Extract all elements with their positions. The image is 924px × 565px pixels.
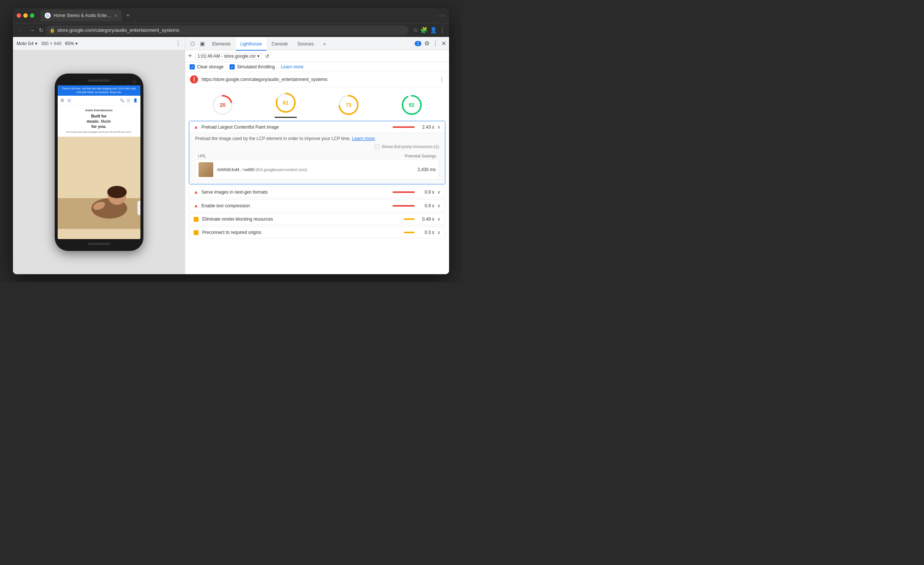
zoom-dropdown-icon: ▾: [75, 41, 78, 46]
device-dropdown-icon: ▾: [35, 41, 38, 46]
address-text: store.google.com/category/audio_entertai…: [57, 27, 405, 33]
score-value-81: 81: [283, 100, 289, 106]
reload-button[interactable]: ↻: [39, 27, 44, 34]
bookmark-icon[interactable]: ☆: [413, 27, 418, 34]
audit-lcp-learn-more[interactable]: Learn more: [352, 136, 374, 141]
perf-section[interactable]: ▲ Preload Largest Contentful Paint image…: [185, 119, 449, 274]
menu-icon[interactable]: ⋮: [440, 27, 446, 34]
row-thumbnail: [198, 162, 213, 177]
audit-lcp-detail: Preload the image used by the LCP elemen…: [189, 133, 445, 184]
audit-lcp-time: 2.43 s: [418, 124, 434, 130]
dt-add-button[interactable]: +: [188, 52, 192, 60]
audit-text-compression-header[interactable]: ▲ Enable text compression 0.9 s ∨: [189, 200, 445, 211]
audit-preconnect-bar: [404, 232, 415, 233]
dt-session-reload-button[interactable]: ↺: [265, 53, 270, 59]
phone-cart-icon: 🛒: [126, 98, 131, 102]
audit-render-blocking-warning-icon: [194, 217, 198, 222]
show-3rd-party-label: Show 3rd-party resources (1): [382, 144, 439, 149]
devtools-badge: 2: [415, 41, 422, 46]
dt-session-selector[interactable]: 1:01:49 AM - store.google.cor ▾: [195, 53, 262, 60]
main-content: Moto G4 ▾ 360 × 640 65% ▾ ⋮: [13, 37, 449, 274]
devtools-panel: ⬡ ▣ Elements Lighthouse Console Sources …: [185, 37, 449, 274]
devtools-cursor-icon[interactable]: ⬡: [188, 37, 197, 50]
maximize-button[interactable]: [30, 13, 34, 18]
audit-render-blocking-header[interactable]: Eliminate render-blocking resources 0.49…: [189, 214, 445, 225]
score-accessibility: 81: [274, 91, 297, 118]
audit-next-gen-title: Serve images in next-gen formats: [201, 190, 390, 195]
forward-button[interactable]: →: [28, 26, 37, 34]
audit-next-gen-time: 0.9 s: [418, 190, 434, 195]
audit-lcp-chevron-icon[interactable]: ∧: [437, 124, 441, 130]
audit-lcp: ▲ Preload Largest Contentful Paint image…: [189, 121, 446, 184]
tab-elements[interactable]: Elements: [208, 38, 235, 51]
throttling-checkbox[interactable]: ✓: [230, 64, 235, 69]
audit-url-text: https://store.google.com/category/audio_…: [201, 77, 436, 82]
audit-url-icon: [190, 75, 198, 84]
phone-hero: Audio Entertainment Built formusic. Made…: [58, 106, 141, 137]
audit-render-blocking-time: 0.49 s: [418, 217, 434, 222]
phone-camera: [132, 80, 136, 84]
score-performance: 20: [212, 94, 234, 116]
tab-lighthouse[interactable]: Lighthouse: [236, 38, 267, 51]
score-gauge-92: 92: [400, 94, 423, 116]
show-3rd-party-checkbox[interactable]: [374, 144, 380, 149]
audit-render-blocking-bar: [404, 218, 415, 220]
devtools-tab-end: 2 ⚙ ⋮ ✕: [415, 37, 446, 50]
learn-more-link[interactable]: Learn more: [281, 64, 303, 69]
audit-next-gen-header[interactable]: ▲ Serve images in next-gen formats 0.9 s…: [189, 186, 445, 198]
viewport-toolbar: Moto G4 ▾ 360 × 640 65% ▾ ⋮: [13, 37, 185, 50]
audit-preconnect-header[interactable]: Preconnect to required origins 0.3 s ∨: [189, 227, 445, 238]
audit-next-gen-chevron-icon[interactable]: ∨: [437, 190, 441, 195]
phone-headline: Built formusic. Madefor you.: [61, 114, 138, 129]
google-favicon: G: [45, 13, 51, 18]
lock-icon: 🔒: [50, 28, 55, 33]
back-button[interactable]: ←: [16, 26, 26, 34]
devtools-close-icon[interactable]: ✕: [441, 40, 446, 47]
dt-toolbar: + 1:01:49 AM - store.google.cor ▾ ↺: [185, 50, 449, 62]
tab-more[interactable]: »: [319, 38, 330, 51]
clear-storage-option[interactable]: ✓ Clear storage: [190, 64, 224, 69]
phone-hamburger-icon: ☰: [61, 98, 64, 102]
audit-text-compression-title: Enable text compression: [201, 203, 390, 208]
dim-display: 360 × 640: [41, 41, 62, 46]
lh-options: ✓ Clear storage ✓ Simulated throttling L…: [185, 62, 449, 72]
tab-title: Home Stereo & Audio Entertain...: [54, 13, 111, 18]
row-thumbnail-image: [198, 162, 213, 177]
col-url-header: URL: [198, 154, 405, 158]
minimize-button[interactable]: [23, 13, 28, 18]
new-tab-button[interactable]: +: [126, 12, 130, 19]
devtools-mobile-icon[interactable]: ▣: [198, 37, 207, 50]
tab-close-button[interactable]: ×: [114, 13, 117, 18]
address-bar[interactable]: 🔒 store.google.com/category/audio_entert…: [46, 25, 408, 35]
viewport-more-button[interactable]: ⋮: [175, 40, 181, 47]
devtools-settings-icon[interactable]: ⚙: [424, 40, 429, 47]
score-best-practices: 73: [338, 94, 360, 116]
devtools-more-icon[interactable]: ⋮: [432, 40, 438, 47]
audit-next-gen-warning-icon: ▲: [194, 189, 198, 195]
svg-point-11: [194, 81, 195, 82]
dt-session-dropdown-icon: ▾: [257, 54, 260, 59]
audit-render-blocking-chevron-icon[interactable]: ∨: [437, 217, 441, 222]
audit-url-more-button[interactable]: ⋮: [439, 76, 445, 83]
show-3rd-party-row: Show 3rd-party resources (1): [195, 144, 439, 149]
zoom-selector[interactable]: 65% ▾: [65, 41, 78, 46]
phone-account-icon: 👤: [133, 98, 138, 102]
audit-lcp-desc: Preload the image used by the LCP elemen…: [195, 136, 439, 141]
audit-lcp-header[interactable]: ▲ Preload Largest Contentful Paint image…: [189, 121, 445, 133]
audit-lcp-score: [393, 126, 415, 128]
tab-sources[interactable]: Sources: [293, 38, 318, 51]
tab-console[interactable]: Console: [267, 38, 292, 51]
extension-icon[interactable]: 🧩: [420, 27, 428, 34]
audit-preconnect-chevron-icon[interactable]: ∨: [437, 230, 441, 235]
browser-tab[interactable]: G Home Stereo & Audio Entertain... ×: [40, 10, 122, 21]
close-button[interactable]: [16, 13, 21, 18]
device-selector[interactable]: Moto G4 ▾: [16, 41, 38, 46]
throttling-option[interactable]: ✓ Simulated throttling: [230, 64, 275, 69]
throttling-label: Simulated throttling: [237, 64, 275, 69]
audit-text-compression-time: 0.9 s: [418, 203, 434, 208]
toolbar-icons: ☆ 🧩 👤 ⋮: [413, 27, 446, 34]
audit-next-gen-bar: [393, 192, 415, 193]
clear-storage-checkbox[interactable]: ✓: [190, 64, 195, 69]
audit-text-compression-chevron-icon[interactable]: ∨: [437, 203, 441, 208]
profile-icon[interactable]: 👤: [430, 27, 437, 34]
